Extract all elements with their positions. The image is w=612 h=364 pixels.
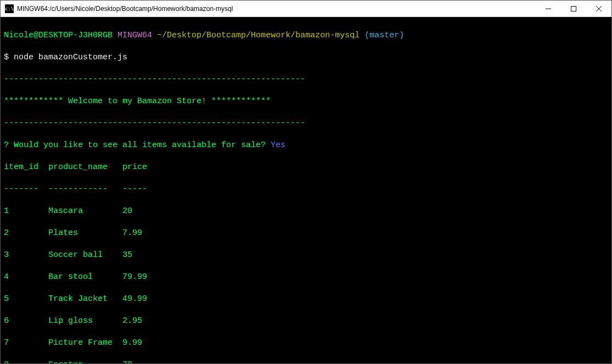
price: 7.99	[122, 228, 142, 239]
table-header: item_idproduct_nameprice	[4, 162, 608, 173]
product-name: Track Jacket	[48, 294, 122, 305]
product-name: Picture Frame	[48, 338, 122, 349]
table-row: 3Soccer ball35	[4, 250, 608, 261]
window-title: MINGW64:/c/Users/Nicole/Desktop/Bootcamp…	[17, 5, 536, 13]
user-host: Nicole@DESKTOP-J3H0RGB	[4, 31, 113, 40]
divider: ----------------------------------------…	[4, 118, 608, 129]
close-icon	[596, 6, 602, 12]
command-line: $ node bamazonCustomer.js	[4, 52, 608, 63]
question-see-items: ? Would you like to see all items availa…	[4, 140, 608, 151]
git-branch: (master)	[364, 31, 404, 40]
window-controls	[536, 1, 611, 16]
price: 49.99	[122, 294, 147, 305]
shell-name: MINGW64	[117, 31, 152, 40]
cwd-path: ~/Desktop/Bootcamp/Homework/bamazon-mysq…	[157, 31, 360, 40]
item-id: 7	[4, 338, 48, 349]
price: 35	[122, 250, 132, 261]
item-id: 3	[4, 250, 48, 261]
maximize-button[interactable]	[561, 1, 586, 16]
table-row: 5Track Jacket49.99	[4, 294, 608, 305]
price: 79.99	[122, 272, 147, 283]
price: 2.95	[122, 316, 142, 327]
prompt-line: Nicole@DESKTOP-J3H0RGB MINGW64 ~/Desktop…	[4, 30, 608, 41]
answer-yes: Yes	[271, 141, 285, 150]
table-row: 2Plates7.99	[4, 228, 608, 239]
product-name: Bar stool	[48, 272, 122, 283]
price: 9.99	[122, 338, 142, 349]
maximize-icon	[571, 6, 576, 12]
table-row: 1Mascara20	[4, 206, 608, 217]
close-button[interactable]	[586, 1, 611, 16]
item-id: 6	[4, 316, 48, 327]
price: 20	[122, 206, 132, 217]
item-id: 8	[4, 360, 48, 363]
item-id: 5	[4, 294, 48, 305]
svg-rect-1	[571, 6, 576, 11]
titlebar: c:\ MINGW64:/c/Users/Nicole/Desktop/Boot…	[1, 1, 611, 17]
table-row: 6Lip gloss2.95	[4, 316, 608, 327]
table-row: 4Bar stool79.99	[4, 272, 608, 283]
product-name: Mascara	[48, 206, 122, 217]
product-name: Plates	[48, 228, 122, 239]
table-separator: ------------------------	[4, 184, 608, 195]
app-icon: c:\	[5, 4, 14, 13]
price: 79	[122, 360, 132, 363]
item-id: 4	[4, 272, 48, 283]
terminal-window: c:\ MINGW64:/c/Users/Nicole/Desktop/Boot…	[0, 0, 612, 364]
divider: ----------------------------------------…	[4, 74, 608, 85]
item-id: 2	[4, 228, 48, 239]
terminal-body[interactable]: Nicole@DESKTOP-J3H0RGB MINGW64 ~/Desktop…	[1, 17, 611, 363]
item-id: 1	[4, 206, 48, 217]
product-name: Lip gloss	[48, 316, 122, 327]
table-row: 7Picture Frame9.99	[4, 338, 608, 349]
product-name: Scooter	[48, 360, 122, 363]
product-name: Soccer ball	[48, 250, 122, 261]
minimize-icon	[546, 6, 551, 12]
table-row: 8Scooter79	[4, 360, 608, 363]
minimize-button[interactable]	[536, 1, 561, 16]
welcome-banner: ************ Welcome to my Bamazon Store…	[4, 96, 608, 107]
